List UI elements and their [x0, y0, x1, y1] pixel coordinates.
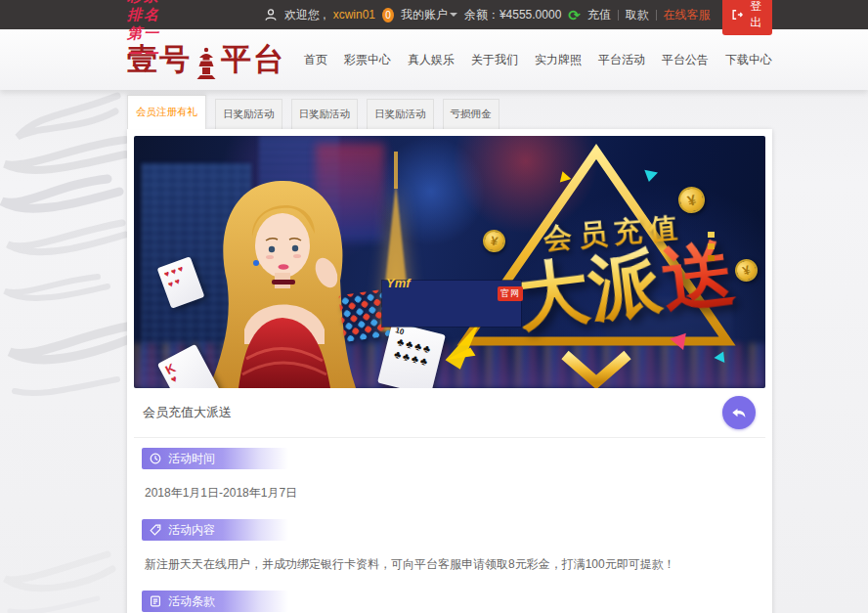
site-slogan: 全球彩票排名第一 —— www.1hyl.cn — [127, 0, 264, 61]
refresh-balance-icon[interactable]: ⟳ — [568, 8, 581, 22]
activity-time-text: 2018年1月1日-2018年1月7日 — [145, 484, 758, 502]
tab-member-register-gift[interactable]: 会员注册有礼 — [127, 95, 206, 129]
tag-icon — [150, 524, 161, 536]
tab-loss-commission[interactable]: 亏损佣金 — [443, 99, 499, 129]
separator — [656, 10, 657, 21]
promo-big-gold: 大派 — [512, 241, 668, 339]
reply-arrow-icon — [730, 404, 748, 421]
main-content: 会员注册有礼 日奖励活动 日奖励活动 日奖励活动 亏损佣金 — [127, 95, 772, 613]
document-icon — [150, 595, 161, 607]
tab-daily-reward-1[interactable]: 日奖励活动 — [215, 99, 282, 129]
logout-label: 登出 — [748, 0, 763, 31]
ink-swirl-decoration — [0, 545, 117, 613]
online-service-link[interactable]: 在线客服 — [663, 7, 710, 23]
section-heading-badge: 活动内容 — [142, 519, 288, 541]
back-button[interactable] — [722, 396, 756, 429]
casino-girl-illustration — [188, 163, 369, 388]
official-site-badge: 官网 — [498, 286, 523, 301]
tab-daily-reward-2[interactable]: 日奖励活动 — [291, 99, 359, 129]
eiffel-tower-spire — [394, 152, 398, 189]
hearts-suits: ♥♥♥♥♥ — [163, 263, 187, 289]
tab-daily-reward-3[interactable]: 日奖励活动 — [367, 99, 434, 129]
message-count-badge[interactable]: 0 — [382, 8, 394, 22]
section-activity-terms: 活动条款 1.仅限新注册会员参加，新开户返点不可低于10%。同一ip、平台账号、… — [134, 581, 765, 613]
my-account-label: 我的账户 — [401, 7, 448, 23]
section-activity-time: 活动时间 2018年1月1日-2018年1月7日 — [134, 438, 765, 502]
promo-panel: ♥♥♥♥♥ K ♥ 10 ♣♣♣♣♣♣♣♣ — [127, 129, 772, 613]
activity-content-text: 新注册天天在线用户，并成功绑定银行卡资料，可向平台客服申请领取8元彩金，打满10… — [145, 555, 758, 573]
section-heading: 活动内容 — [168, 522, 215, 539]
section-activity-content: 活动内容 新注册天天在线用户，并成功绑定银行卡资料，可向平台客服申请领取8元彩金… — [134, 509, 765, 573]
username: xcwin01 — [333, 8, 375, 22]
section-heading: 活动条款 — [168, 593, 215, 610]
card-suit: ♥ — [169, 360, 203, 385]
logout-icon — [731, 9, 743, 21]
slogan-text: 全球彩票排名第一 —— — [127, 0, 164, 61]
censored-watermark-box: Ymf 官网 — [382, 281, 521, 327]
balance-label: 余额： — [464, 8, 499, 22]
article-title: 会员充值大派送 — [143, 404, 232, 421]
recharge-link[interactable]: 充值 — [587, 7, 611, 23]
promo-text-zone: 会员充值 大派送 ¥ ¥ ¥ — [428, 136, 765, 388]
balance-value: ¥4555.0000 — [499, 8, 561, 22]
censored-partial-text: Ymf — [386, 276, 411, 290]
promo-banner[interactable]: ♥♥♥♥♥ K ♥ 10 ♣♣♣♣♣♣♣♣ — [134, 136, 765, 388]
section-heading: 活动时间 — [168, 451, 215, 467]
user-icon — [264, 8, 278, 22]
my-account-dropdown[interactable]: 我的账户 — [401, 7, 457, 23]
article-title-row: 会员充值大派送 — [134, 388, 765, 438]
topbar: 全球彩票排名第一 —— www.1hyl.cn 欢迎您 , xcwin01 0 … — [0, 0, 868, 29]
gold-dots-decoration — [708, 232, 715, 261]
separator — [618, 10, 619, 21]
promo-big-red: 送 — [657, 232, 740, 322]
withdraw-link[interactable]: 取款 — [626, 7, 649, 23]
balance: 余额：¥4555.0000 — [464, 7, 561, 23]
section-heading-badge: 活动时间 — [142, 448, 288, 469]
logout-button[interactable]: 登出 — [722, 0, 772, 35]
clock-icon — [150, 453, 161, 464]
section-heading-badge: 活动条款 — [142, 591, 288, 612]
promo-tabs: 会员注册有礼 日奖励活动 日奖励活动 日奖励活动 亏损佣金 — [127, 95, 772, 129]
ink-brush-decoration — [0, 86, 132, 399]
chevron-down-icon — [450, 13, 457, 17]
welcome-text: 欢迎您 , — [284, 7, 326, 23]
